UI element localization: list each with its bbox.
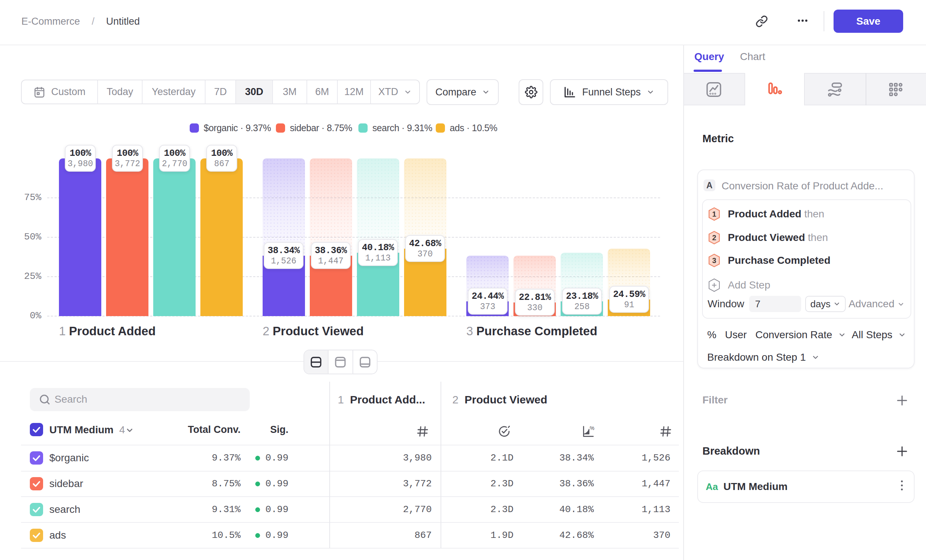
svg-text:1: 1	[712, 210, 716, 218]
svg-text:3: 3	[712, 256, 716, 265]
svg-text:%: %	[590, 425, 595, 431]
svg-text:2: 2	[712, 233, 716, 242]
